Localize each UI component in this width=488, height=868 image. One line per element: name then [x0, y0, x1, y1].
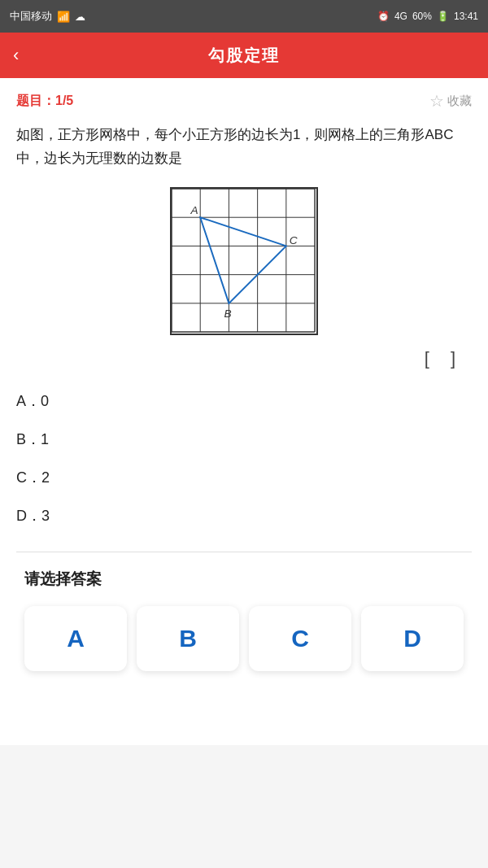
svg-text:A: A — [190, 204, 198, 216]
option-b-label: B． — [16, 431, 41, 447]
option-c-label: C． — [16, 469, 41, 486]
time-text: 13:41 — [454, 11, 478, 22]
grid-diagram: A B C — [170, 187, 318, 335]
battery-icon: 🔋 — [437, 11, 449, 22]
option-a-value: 0 — [41, 393, 49, 409]
svg-marker-12 — [200, 217, 286, 303]
option-d-value: 3 — [41, 508, 50, 524]
divider — [16, 552, 472, 552]
status-right: ⏰ 4G 60% 🔋 13:41 — [377, 11, 478, 22]
bracket-text: [ ] — [425, 348, 464, 369]
battery-text: 60% — [412, 11, 432, 22]
question-number: 题目：1/5 — [16, 93, 73, 110]
svg-text:C: C — [290, 234, 298, 246]
option-a-label: A． — [16, 393, 41, 409]
bracket-area: [ ] — [16, 348, 472, 369]
select-section: 请选择答案 A B C D — [16, 569, 472, 671]
back-button[interactable]: ‹ — [13, 45, 19, 66]
carrier-text: 中国移动 — [10, 9, 52, 24]
star-icon: ☆ — [429, 91, 444, 111]
question-current: 1 — [55, 94, 63, 107]
answer-btn-a[interactable]: A — [24, 606, 127, 671]
question-text: 如图，正方形网格中，每个小正方形的边长为1，则网格上的三角形ABC中，边长为无理… — [16, 124, 472, 171]
nav-title: 勾股定理 — [208, 45, 280, 67]
option-c-value: 2 — [41, 469, 50, 486]
question-header: 题目：1/5 ☆ 收藏 — [16, 91, 472, 111]
option-d: D．3 — [16, 497, 472, 535]
main-content: 题目：1/5 ☆ 收藏 如图，正方形网格中，每个小正方形的边长为1，则网格上的三… — [0, 78, 488, 745]
select-title: 请选择答案 — [24, 569, 464, 590]
answer-btn-d[interactable]: D — [361, 606, 464, 671]
cloud-icon: ☁ — [75, 11, 85, 23]
answer-buttons: A B C D — [24, 606, 464, 671]
svg-text:B: B — [224, 308, 232, 320]
diagram-container: A B C — [16, 187, 472, 335]
collect-label: 收藏 — [447, 94, 472, 109]
question-total: 5 — [66, 94, 73, 107]
options-list: A．0 B．1 C．2 D．3 — [16, 382, 472, 535]
signal-text: 4G — [394, 11, 407, 22]
option-d-label: D． — [16, 508, 41, 524]
status-left: 中国移动 📶 ☁ — [10, 9, 85, 24]
option-b-value: 1 — [41, 431, 49, 447]
answer-btn-c[interactable]: C — [249, 606, 351, 671]
option-c: C．2 — [16, 459, 472, 497]
answer-btn-b[interactable]: B — [137, 606, 239, 671]
nav-bar: ‹ 勾股定理 — [0, 33, 488, 78]
alarm-icon: ⏰ — [377, 11, 390, 22]
status-bar: 中国移动 📶 ☁ ⏰ 4G 60% 🔋 13:41 — [0, 0, 488, 33]
question-label: 题目： — [16, 94, 55, 107]
collect-button[interactable]: ☆ 收藏 — [429, 91, 472, 111]
option-b: B．1 — [16, 421, 472, 459]
option-a: A．0 — [16, 382, 472, 421]
carrier-icon: 📶 — [57, 11, 70, 23]
